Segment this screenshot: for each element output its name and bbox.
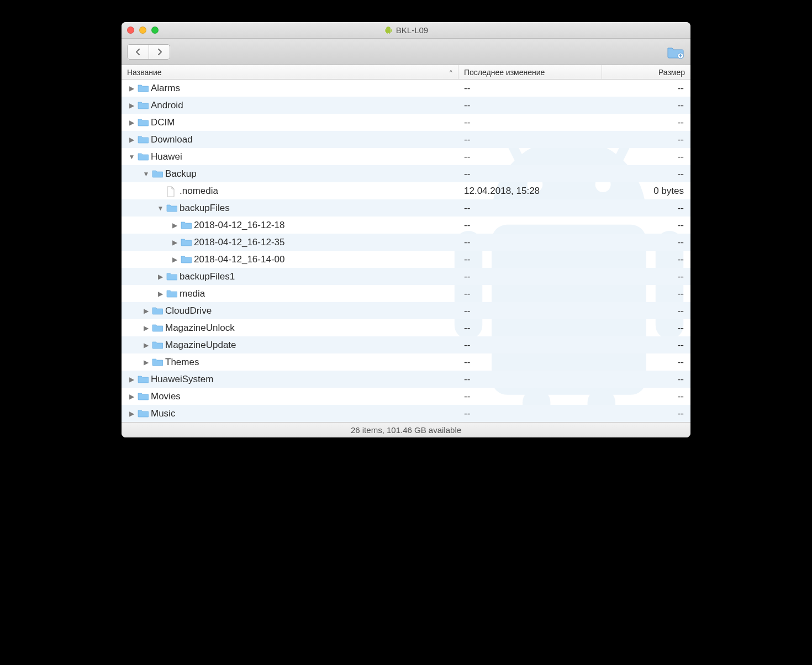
- back-button[interactable]: [128, 45, 149, 59]
- folder-icon: [152, 340, 163, 350]
- item-size: --: [602, 305, 690, 316]
- item-modified: --: [458, 340, 602, 351]
- zoom-window-button[interactable]: [151, 27, 159, 34]
- minimize-window-button[interactable]: [139, 27, 146, 34]
- nav-buttons: [127, 44, 170, 60]
- disclosure-closed-icon[interactable]: ▶: [171, 239, 178, 246]
- status-bar: 26 items, 101.46 GB available: [122, 422, 690, 437]
- item-size: --: [602, 323, 690, 334]
- item-size: --: [602, 134, 690, 145]
- folder-row[interactable]: ▶MagazineUpdate----: [122, 336, 690, 353]
- android-icon: [384, 26, 393, 35]
- folder-row[interactable]: ▶media----: [122, 285, 690, 302]
- disclosure-closed-icon[interactable]: ▶: [171, 256, 178, 263]
- item-size: --: [602, 220, 690, 231]
- folder-row[interactable]: ▶Movies----: [122, 388, 690, 405]
- folder-row[interactable]: ▼Huawei----: [122, 148, 690, 165]
- folder-icon: [152, 323, 163, 333]
- file-list[interactable]: ▶Alarms----▶Android----▶DCIM----▶Downloa…: [122, 80, 690, 422]
- item-name: CloudDrive: [165, 305, 212, 316]
- column-header-modified[interactable]: Последнее изменение: [458, 65, 602, 79]
- disclosure-open-icon[interactable]: ▼: [157, 204, 164, 212]
- folder-row[interactable]: ▶2018-04-12_16-14-00----: [122, 251, 690, 268]
- disclosure-closed-icon[interactable]: ▶: [143, 324, 150, 332]
- item-name: HuaweiSystem: [151, 374, 213, 385]
- svg-rect-5: [387, 33, 387, 34]
- disclosure-closed-icon[interactable]: ▶: [128, 102, 135, 109]
- item-size: --: [602, 391, 690, 402]
- folder-row[interactable]: ▶Download----: [122, 131, 690, 148]
- disclosure-closed-icon[interactable]: ▶: [128, 85, 135, 92]
- item-size: --: [602, 203, 690, 214]
- folder-icon: [166, 203, 177, 213]
- disclosure-closed-icon[interactable]: ▶: [171, 221, 178, 229]
- folder-row[interactable]: ▶CloudDrive----: [122, 302, 690, 319]
- item-name: DCIM: [151, 117, 175, 128]
- disclosure-closed-icon[interactable]: ▶: [128, 136, 135, 144]
- folder-icon: [138, 392, 149, 402]
- file-browser-window: BKL-L09 Название ^ Последнее измене: [122, 22, 690, 437]
- file-icon: [166, 186, 177, 196]
- folder-row[interactable]: ▼backupFiles----: [122, 199, 690, 217]
- item-name: Download: [151, 134, 193, 145]
- folder-row[interactable]: ▶2018-04-12_16-12-18----: [122, 217, 690, 234]
- item-modified: --: [458, 151, 602, 162]
- item-modified: --: [458, 305, 602, 316]
- folder-row[interactable]: ▶2018-04-12_16-12-35----: [122, 234, 690, 251]
- item-name: 2018-04-12_16-12-18: [194, 220, 284, 231]
- column-header-modified-label: Последнее изменение: [464, 68, 545, 77]
- item-name: Themes: [165, 357, 199, 368]
- close-window-button[interactable]: [127, 27, 134, 34]
- folder-row[interactable]: ▶Music----: [122, 405, 690, 422]
- folder-row[interactable]: ▶HuaweiSystem----: [122, 371, 690, 388]
- disclosure-closed-icon[interactable]: ▶: [157, 273, 164, 281]
- folder-row[interactable]: ▶backupFiles1----: [122, 268, 690, 285]
- forward-button[interactable]: [149, 45, 170, 59]
- item-modified: 12.04.2018, 15:28: [458, 186, 602, 197]
- item-modified: --: [458, 100, 602, 111]
- item-name: Movies: [151, 391, 181, 402]
- item-size: --: [602, 237, 690, 248]
- item-name: Huawei: [151, 151, 182, 162]
- column-header-name-label: Название: [127, 68, 162, 77]
- disclosure-closed-icon[interactable]: ▶: [128, 410, 135, 418]
- folder-icon: [138, 101, 149, 110]
- disclosure-closed-icon[interactable]: ▶: [128, 376, 135, 383]
- folder-row[interactable]: ▶Android----: [122, 97, 690, 114]
- item-modified: --: [458, 288, 602, 299]
- disclosure-open-icon[interactable]: ▼: [128, 153, 135, 161]
- item-modified: --: [458, 83, 602, 94]
- folder-icon: [138, 374, 149, 384]
- folder-row[interactable]: ▼Backup----: [122, 165, 690, 182]
- disclosure-closed-icon[interactable]: ▶: [143, 358, 150, 366]
- column-header-name[interactable]: Название ^: [122, 65, 458, 79]
- disclosure-closed-icon[interactable]: ▶: [143, 307, 150, 315]
- item-size: --: [602, 374, 690, 385]
- disclosure-open-icon[interactable]: ▼: [143, 170, 150, 178]
- file-row[interactable]: .nomedia12.04.2018, 15:280 bytes: [122, 182, 690, 199]
- folder-row[interactable]: ▶MagazineUnlock----: [122, 319, 690, 336]
- item-name: MagazineUnlock: [165, 323, 235, 334]
- folder-row[interactable]: ▶Themes----: [122, 353, 690, 371]
- disclosure-closed-icon[interactable]: ▶: [143, 341, 150, 349]
- column-header-size[interactable]: Размер: [602, 65, 690, 79]
- folder-row[interactable]: ▶Alarms----: [122, 80, 690, 97]
- disclosure-closed-icon[interactable]: ▶: [157, 290, 164, 298]
- item-size: --: [602, 408, 690, 419]
- item-size: --: [602, 357, 690, 368]
- folder-icon: [166, 289, 177, 299]
- folder-icon: [181, 220, 192, 230]
- item-size: 0 bytes: [602, 186, 690, 197]
- disclosure-closed-icon[interactable]: ▶: [128, 393, 135, 400]
- status-text: 26 items, 101.46 GB available: [351, 425, 461, 435]
- folder-row[interactable]: ▶DCIM----: [122, 114, 690, 131]
- folder-icon: [138, 83, 149, 93]
- item-modified: --: [458, 357, 602, 368]
- disclosure-closed-icon[interactable]: ▶: [128, 119, 135, 126]
- new-folder-button[interactable]: [666, 45, 685, 59]
- item-name: Android: [151, 100, 183, 111]
- titlebar[interactable]: BKL-L09: [122, 22, 690, 39]
- item-size: --: [602, 340, 690, 351]
- item-modified: --: [458, 220, 602, 231]
- item-size: --: [602, 151, 690, 162]
